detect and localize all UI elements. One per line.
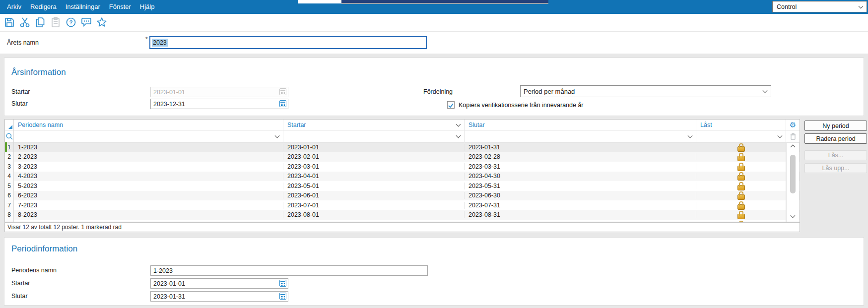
help-button[interactable]: ? <box>65 16 77 29</box>
period-name-cell[interactable]: 7-2023 <box>14 202 283 209</box>
period-start-cell[interactable]: 2023-03-01 <box>283 163 465 170</box>
row-number-cell[interactable]: 6 <box>5 191 14 201</box>
period-name-cell[interactable]: 1-2023 <box>14 144 283 151</box>
column-header-last[interactable]: Låst <box>696 120 786 130</box>
row-number-cell[interactable]: 4 <box>5 172 14 182</box>
year-end-input[interactable]: 2023-12-31 <box>150 99 288 109</box>
calendar-icon[interactable] <box>279 280 286 287</box>
menu-item-fonster[interactable]: Fönster <box>105 0 135 14</box>
period-name-cell[interactable]: 5-2023 <box>14 183 283 189</box>
cut-button[interactable] <box>18 16 31 29</box>
vertical-scrollbar[interactable] <box>786 143 799 222</box>
delete-period-button[interactable]: Radera period <box>804 133 867 144</box>
period-end-cell[interactable]: 2023-07-31 <box>465 202 696 209</box>
chevron-down-icon[interactable] <box>688 133 693 138</box>
scrollbar-thumb[interactable] <box>790 155 796 193</box>
background-window-titlebar-fragment <box>341 0 548 4</box>
menu-item-arkiv[interactable]: Arkiv <box>2 0 26 14</box>
column-header-slutar[interactable]: Slutar <box>465 120 696 130</box>
table-rows: 11-20232023-01-012023-01-3122-20232023-0… <box>5 142 800 222</box>
filter-input-periodens-namn[interactable] <box>14 130 283 142</box>
clear-filter-button[interactable] <box>786 130 800 142</box>
table-row[interactable]: 22-20232023-02-012023-02-28 <box>5 152 800 162</box>
chevron-down-icon[interactable] <box>456 122 461 126</box>
table-row[interactable]: 44-20232023-04-012023-04-30 <box>5 172 800 182</box>
scroll-up-icon[interactable] <box>791 145 796 150</box>
period-locked-cell[interactable] <box>696 181 786 191</box>
distribution-label: Fördelning <box>423 88 453 95</box>
period-end-cell[interactable]: 2023-01-31 <box>465 144 696 151</box>
row-number-cell[interactable]: 3 <box>5 162 14 172</box>
period-name-cell[interactable]: 3-2023 <box>14 163 283 170</box>
period-end-cell[interactable]: 2023-05-31 <box>465 183 696 189</box>
copy-verification-series-checkbox[interactable] <box>447 101 455 109</box>
select-all-corner[interactable] <box>5 120 14 130</box>
period-name-cell[interactable]: 4-2023 <box>14 173 283 180</box>
column-header-startar[interactable]: Startar <box>283 120 465 130</box>
table-settings-button[interactable]: ⚙ <box>786 120 800 130</box>
table-row[interactable]: 33-20232023-03-012023-03-31 <box>5 162 800 172</box>
menu-item-hjalp[interactable]: Hjälp <box>135 0 159 14</box>
save-button[interactable] <box>3 16 16 29</box>
period-end-cell[interactable]: 2023-04-30 <box>465 173 696 180</box>
chevron-down-icon[interactable] <box>456 133 461 138</box>
table-row[interactable]: 55-20232023-05-012023-05-31 <box>5 181 800 191</box>
period-end-cell[interactable]: 2023-06-30 <box>465 192 696 199</box>
year-name-row: Årets namn * 2023 <box>0 32 868 54</box>
period-locked-cell[interactable] <box>696 210 786 220</box>
lock-icon <box>737 214 745 219</box>
period-start-cell[interactable]: 2023-06-01 <box>283 192 465 199</box>
period-end-input[interactable]: 2023-01-31 <box>150 291 288 302</box>
table-row[interactable]: 11-20232023-01-012023-01-31 <box>5 142 800 152</box>
feedback-button[interactable] <box>80 16 93 29</box>
period-end-value: 2023-01-31 <box>153 293 185 300</box>
period-locked-cell[interactable] <box>696 191 786 201</box>
period-start-cell[interactable]: 2023-02-01 <box>283 153 465 160</box>
row-number-cell[interactable]: 8 <box>5 210 14 220</box>
calendar-icon[interactable] <box>279 293 286 300</box>
period-start-cell[interactable]: 2023-05-01 <box>283 183 465 189</box>
period-start-cell[interactable]: 2023-01-01 <box>283 144 465 151</box>
distribution-select[interactable]: Period per månad <box>520 85 771 97</box>
filter-input-last[interactable] <box>696 130 786 142</box>
table-row[interactable]: 88-20232023-08-012023-08-31 <box>5 210 800 220</box>
calendar-icon[interactable] <box>279 100 286 107</box>
company-select[interactable]: Control <box>772 1 867 12</box>
period-start-cell[interactable]: 2023-07-01 <box>283 202 465 209</box>
copy-button[interactable] <box>34 16 47 29</box>
period-locked-cell[interactable] <box>696 142 786 152</box>
period-start-input[interactable]: 2023-01-01 <box>150 278 288 289</box>
year-name-input[interactable]: 2023 <box>149 36 427 49</box>
filter-input-startar[interactable] <box>283 130 465 142</box>
period-start-cell[interactable]: 2023-08-01 <box>283 211 465 218</box>
filter-input-slutar[interactable] <box>465 130 696 142</box>
period-name-cell[interactable]: 8-2023 <box>14 211 283 218</box>
period-locked-cell[interactable] <box>696 200 786 210</box>
period-end-cell[interactable]: 2023-03-31 <box>465 163 696 170</box>
period-name-cell[interactable]: 6-2023 <box>14 192 283 199</box>
menu-item-redigera[interactable]: Redigera <box>26 0 61 14</box>
row-number-cell[interactable]: 2 <box>5 152 14 162</box>
favorite-button[interactable] <box>95 16 108 29</box>
chevron-down-icon[interactable] <box>275 133 280 138</box>
period-start-cell[interactable]: 2023-04-01 <box>283 173 465 180</box>
column-header-periodens-namn[interactable]: Periodens namn <box>14 120 283 130</box>
period-locked-cell[interactable] <box>696 152 786 162</box>
scroll-down-icon[interactable] <box>791 213 796 218</box>
required-marker: * <box>145 36 148 43</box>
new-period-button[interactable]: Ny period <box>804 121 867 131</box>
period-name-cell[interactable]: 2-2023 <box>14 153 283 160</box>
period-locked-cell[interactable] <box>696 162 786 172</box>
period-locked-cell[interactable] <box>696 172 786 182</box>
period-end-cell[interactable]: 2023-08-31 <box>465 211 696 218</box>
table-row[interactable]: 77-20232023-07-012023-07-31 <box>5 200 800 210</box>
menu-item-installningar[interactable]: Inställningar <box>61 0 105 14</box>
period-end-cell[interactable]: 2023-02-28 <box>465 153 696 160</box>
lock-icon <box>737 146 745 152</box>
row-number-cell[interactable]: 7 <box>5 200 14 210</box>
row-number-cell[interactable]: 5 <box>5 181 14 191</box>
period-name-input[interactable]: 1-2023 <box>150 265 428 276</box>
table-row[interactable]: 66-20232023-06-012023-06-30 <box>5 191 800 201</box>
row-number-cell[interactable]: 1 <box>5 142 14 152</box>
chevron-down-icon[interactable] <box>778 133 783 138</box>
